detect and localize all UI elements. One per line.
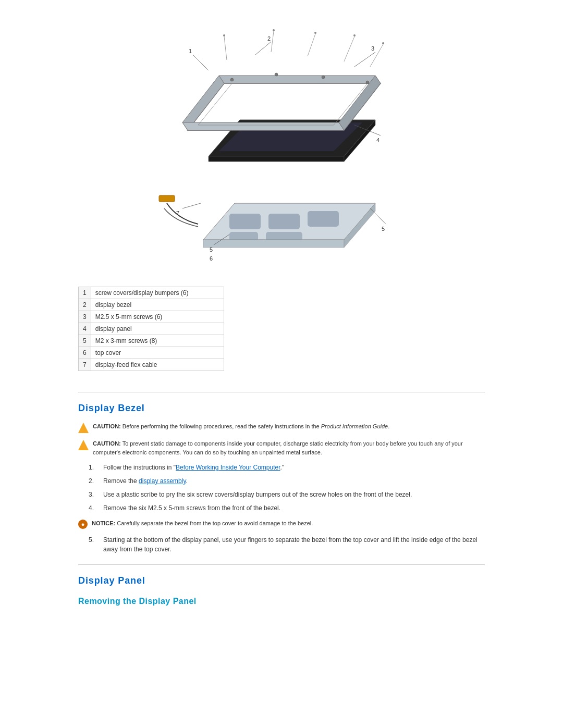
caution-block-1: CAUTION: Before performing the following… (78, 422, 485, 433)
svg-point-47 (382, 42, 384, 44)
divider-1 (78, 392, 485, 392)
page-container: 1 2 3 4 5 5 6 7 (47, 0, 516, 637)
svg-line-25 (255, 42, 271, 55)
table-row: 7display-feed flex cable (79, 359, 224, 371)
caution-label-1: CAUTION: (93, 423, 121, 429)
caution-icon-1 (78, 423, 89, 433)
table-row: 6top cover (79, 347, 224, 359)
step-2: 2. Remove the display assembly. (89, 476, 485, 486)
caution-icon-2 (78, 440, 89, 450)
svg-rect-1 (229, 214, 261, 229)
before-working-link[interactable]: Before Working Inside Your Computer (176, 464, 280, 471)
svg-line-44 (344, 36, 354, 61)
svg-text:5: 5 (210, 246, 213, 253)
table-row: 2display bezel (79, 299, 224, 311)
svg-line-23 (193, 55, 209, 70)
display-panel-heading: Display Panel (78, 575, 485, 586)
step-3: 3. Use a plastic scribe to pry the six s… (89, 490, 485, 499)
svg-point-43 (314, 32, 316, 34)
part-label: screw covers/display bumpers (6) (91, 287, 224, 299)
svg-marker-6 (203, 240, 344, 248)
svg-text:1: 1 (189, 48, 192, 54)
svg-rect-2 (268, 214, 300, 229)
svg-marker-17 (182, 122, 344, 130)
svg-line-38 (224, 36, 227, 60)
svg-point-22 (366, 81, 369, 84)
part-label: display bezel (91, 299, 224, 311)
part-number: 3 (79, 311, 91, 323)
svg-text:7: 7 (176, 210, 179, 216)
svg-rect-8 (159, 195, 175, 202)
svg-text:2: 2 (267, 35, 271, 42)
svg-point-41 (273, 29, 275, 31)
display-assembly-link[interactable]: display assembly (139, 477, 186, 485)
removing-display-panel-section: Removing the Display Panel (78, 597, 485, 606)
part-number: 6 (79, 347, 91, 359)
notice-text-1: NOTICE: Carefully separate the bezel fro… (92, 519, 313, 528)
part-label: display panel (91, 323, 224, 335)
svg-rect-3 (308, 211, 339, 227)
step-5: 5. Starting at the bottom of the display… (89, 535, 485, 554)
svg-point-19 (230, 78, 234, 81)
svg-text:6: 6 (210, 255, 213, 262)
svg-text:3: 3 (371, 45, 374, 52)
caution-label-2: CAUTION: (93, 440, 121, 447)
step-1: 1. Follow the instructions in "Before Wo… (89, 463, 485, 472)
display-bezel-heading: Display Bezel (78, 403, 485, 414)
caution-text-1: CAUTION: Before performing the following… (93, 422, 389, 431)
part-number: 5 (79, 335, 91, 347)
table-row: 5M2 x 3-mm screws (8) (79, 335, 224, 347)
svg-line-27 (354, 52, 375, 67)
steps-list-bezel: 1. Follow the instructions in "Before Wo… (89, 463, 485, 513)
part-label: M2.5 x 5-mm screws (6) (91, 311, 224, 323)
table-row: 3M2.5 x 5-mm screws (6) (79, 311, 224, 323)
svg-point-21 (322, 76, 325, 79)
notice-block-1: ● NOTICE: Carefully separate the bezel f… (78, 519, 485, 529)
part-number: 2 (79, 299, 91, 311)
notice-icon-1: ● (78, 520, 88, 529)
part-label: top cover (91, 347, 224, 359)
caution-block-2: CAUTION: To prevent static damage to com… (78, 439, 485, 456)
svg-point-20 (275, 73, 278, 76)
table-row: 1screw covers/display bumpers (6) (79, 287, 224, 299)
part-label: M2 x 3-mm screws (8) (91, 335, 224, 347)
steps-list-bezel-5: 5. Starting at the bottom of the display… (89, 535, 485, 554)
svg-point-39 (223, 34, 225, 36)
svg-line-42 (308, 34, 315, 56)
removing-display-panel-heading: Removing the Display Panel (78, 597, 485, 606)
svg-line-36 (182, 203, 201, 208)
parts-table: 1screw covers/display bumpers (6)2displa… (78, 287, 224, 371)
svg-marker-10 (209, 156, 344, 162)
part-number: 4 (79, 323, 91, 335)
table-row: 4display panel (79, 323, 224, 335)
svg-line-31 (370, 208, 386, 224)
display-panel-section: Display Panel (78, 575, 485, 586)
parts-table-section: 1screw covers/display bumpers (6)2displa… (78, 287, 485, 371)
step-4: 4. Remove the six M2.5 x 5-mm screws fro… (89, 503, 485, 513)
svg-point-45 (353, 34, 356, 36)
notice-label-1: NOTICE: (92, 520, 115, 526)
svg-line-40 (271, 31, 274, 52)
svg-marker-14 (219, 76, 381, 83)
part-number: 7 (79, 359, 91, 371)
svg-text:5: 5 (382, 226, 385, 232)
diagram-image: 1 2 3 4 5 5 6 7 (146, 21, 417, 271)
divider-2 (78, 564, 485, 565)
display-bezel-section: Display Bezel CAUTION: Before performing… (78, 403, 485, 554)
svg-text:4: 4 (376, 137, 380, 143)
diagram-section: 1 2 3 4 5 5 6 7 (78, 21, 485, 271)
part-label: display-feed flex cable (91, 359, 224, 371)
caution-text-2: CAUTION: To prevent static damage to com… (93, 439, 485, 456)
svg-marker-15 (182, 76, 224, 130)
part-number: 1 (79, 287, 91, 299)
